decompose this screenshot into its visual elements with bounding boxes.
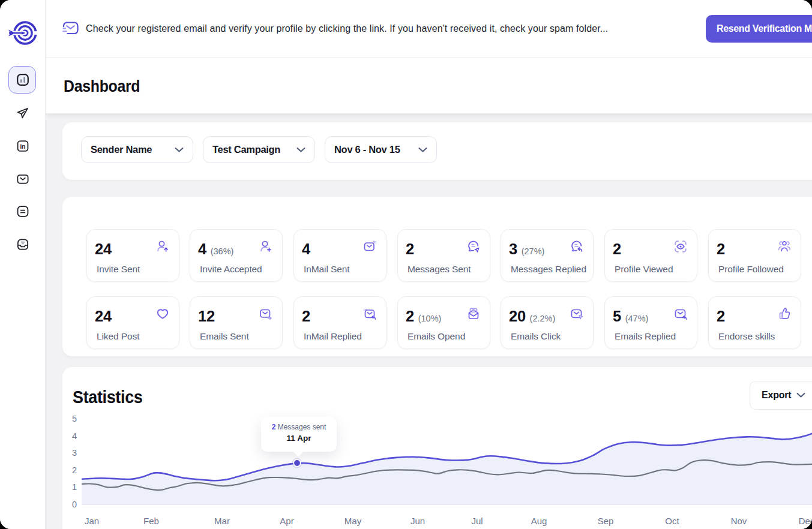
- svg-text:in: in: [20, 143, 25, 150]
- svg-text:in: in: [363, 308, 367, 312]
- svg-text:in: in: [373, 240, 376, 244]
